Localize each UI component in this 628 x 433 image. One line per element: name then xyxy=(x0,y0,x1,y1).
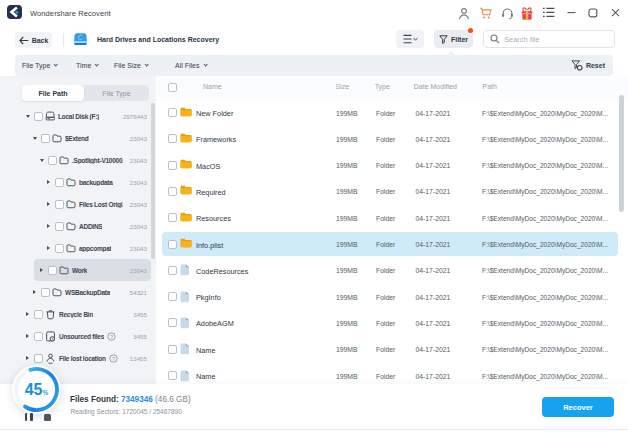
svg-text:?: ? xyxy=(110,333,113,339)
svg-text:?: ? xyxy=(112,355,115,361)
